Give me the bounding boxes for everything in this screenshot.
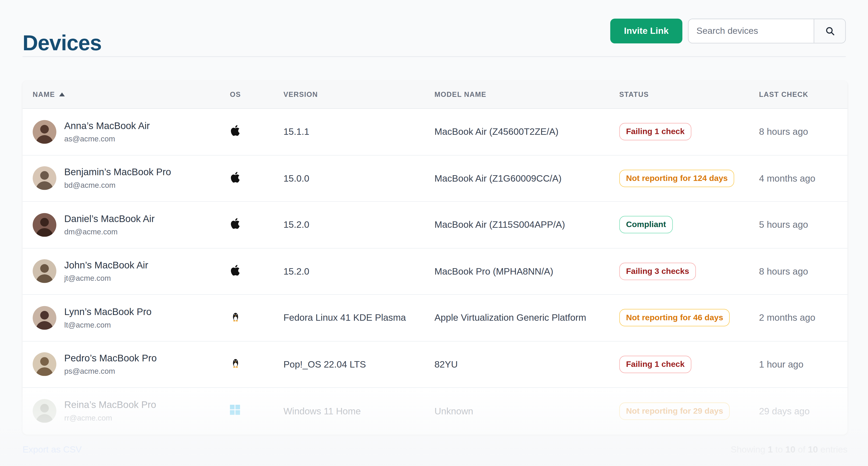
export-csv-link[interactable]: Export as CSV	[23, 445, 82, 455]
avatar	[33, 399, 56, 423]
avatar	[33, 259, 56, 283]
search-icon	[825, 26, 835, 36]
last-check: 4 months ago	[759, 173, 847, 184]
last-check: 8 hours ago	[759, 126, 847, 137]
device-email: jt@acme.com	[64, 274, 148, 283]
device-version: 15.2.0	[283, 219, 434, 230]
table-row[interactable]: John’s MacBook Air jt@acme.com 15.2.0 Ma…	[23, 248, 847, 295]
device-version: Fedora Linux 41 KDE Plasma	[283, 312, 434, 323]
status-badge: Failing 1 check	[619, 355, 691, 373]
header-divider	[23, 56, 846, 57]
device-email: dm@acme.com	[64, 227, 155, 236]
windows-icon	[230, 405, 240, 415]
device-name: Anna’s MacBook Air	[64, 120, 150, 131]
pagination-summary: Showing 1 to 10 of 10 entries	[731, 445, 847, 455]
device-model: Unknown	[434, 406, 619, 416]
device-email: lt@acme.com	[64, 320, 151, 329]
avatar	[33, 120, 56, 144]
device-name: Reina’s MacBook Pro	[64, 400, 156, 411]
linux-icon	[230, 358, 241, 369]
table-row[interactable]: Daniel’s MacBook Air dm@acme.com 15.2.0 …	[23, 202, 847, 248]
apple-icon	[230, 125, 241, 136]
last-check: 2 months ago	[759, 312, 847, 323]
page-title: Devices	[23, 31, 102, 56]
column-header-version[interactable]: Version	[283, 90, 434, 98]
device-email: as@acme.com	[64, 134, 150, 143]
search-control	[688, 19, 846, 43]
device-name: John’s MacBook Air	[64, 260, 148, 271]
device-name: Daniel’s MacBook Air	[64, 214, 155, 225]
avatar	[33, 213, 56, 237]
avatar	[33, 306, 56, 330]
status-badge: Not reporting for 46 days	[619, 309, 730, 327]
table-row[interactable]: Benjamin’s MacBook Pro bd@acme.com 15.0.…	[23, 155, 847, 202]
last-check: 5 hours ago	[759, 219, 847, 230]
column-header-name[interactable]: Name	[23, 90, 230, 98]
device-version: Pop!_OS 22.04 LTS	[283, 359, 434, 370]
device-model: MacBook Pro (MPHA8NN/A)	[434, 266, 619, 277]
invite-link-button[interactable]: Invite Link	[610, 19, 682, 43]
table-row[interactable]: Pedro’s MacBook Pro ps@acme.com Pop!_OS …	[23, 341, 847, 388]
device-email: bd@acme.com	[64, 181, 171, 190]
apple-icon	[230, 265, 241, 276]
device-version: 15.1.1	[283, 126, 434, 137]
column-header-model-name[interactable]: Model name	[434, 90, 619, 98]
column-header-last-check[interactable]: Last check	[759, 90, 847, 98]
status-badge: Not reporting for 29 days	[619, 402, 730, 420]
device-model: Apple Virtualization Generic Platform	[434, 312, 619, 323]
avatar	[33, 352, 56, 376]
column-header-status[interactable]: Status	[619, 90, 759, 98]
device-email: rr@acme.com	[64, 414, 156, 423]
device-model: MacBook Air (Z45600T2ZE/A)	[434, 126, 619, 137]
search-input[interactable]	[688, 19, 814, 43]
table-row[interactable]: Lynn’s MacBook Pro lt@acme.com Fedora Li…	[23, 295, 847, 342]
apple-icon	[230, 218, 241, 229]
device-email: ps@acme.com	[64, 367, 157, 376]
status-badge: Failing 3 checks	[619, 262, 696, 280]
search-button[interactable]	[814, 19, 845, 43]
linux-icon	[230, 311, 241, 322]
device-name: Lynn’s MacBook Pro	[64, 307, 151, 318]
last-check: 8 hours ago	[759, 266, 847, 277]
column-header-os[interactable]: OS	[230, 90, 283, 98]
device-name: Benjamin’s MacBook Pro	[64, 167, 171, 178]
status-badge: Failing 1 check	[619, 123, 691, 141]
devices-table: Name OS Version Model name Status Last c…	[23, 81, 847, 434]
device-model: 82YU	[434, 359, 619, 370]
table-body: Anna’s MacBook Air as@acme.com 15.1.1 Ma…	[23, 109, 847, 434]
table-row[interactable]: Reina’s MacBook Pro rr@acme.com Windows …	[23, 388, 847, 434]
last-check: 1 hour ago	[759, 359, 847, 370]
avatar	[33, 166, 56, 190]
status-badge: Not reporting for 124 days	[619, 169, 735, 187]
sort-ascending-icon	[59, 93, 65, 96]
last-check: 29 days ago	[759, 406, 847, 416]
table-row[interactable]: Anna’s MacBook Air as@acme.com 15.1.1 Ma…	[23, 109, 847, 155]
table-header-row: Name OS Version Model name Status Last c…	[23, 81, 847, 109]
device-name: Pedro’s MacBook Pro	[64, 353, 157, 364]
app-window: Devices Invite Link Name	[0, 0, 868, 466]
device-version: Windows 11 Home	[283, 406, 434, 416]
status-badge: Compliant	[619, 216, 673, 234]
apple-icon	[230, 172, 241, 183]
device-model: MacBook Air (Z1G60009CC/A)	[434, 173, 619, 184]
device-model: MacBook Air (Z115S004APP/A)	[434, 219, 619, 230]
device-version: 15.0.0	[283, 173, 434, 184]
device-version: 15.2.0	[283, 266, 434, 277]
